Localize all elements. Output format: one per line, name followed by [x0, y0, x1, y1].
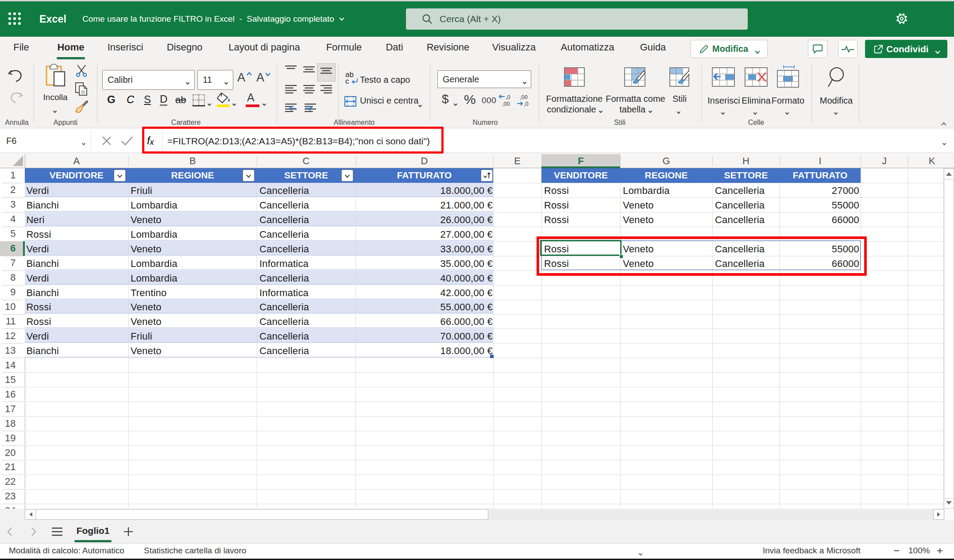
- svg-text:,0: ,0: [524, 100, 529, 107]
- svg-text:,00: ,00: [520, 94, 528, 100]
- svg-text:,00: ,00: [502, 100, 510, 107]
- svg-text:,0: ,0: [506, 94, 510, 100]
